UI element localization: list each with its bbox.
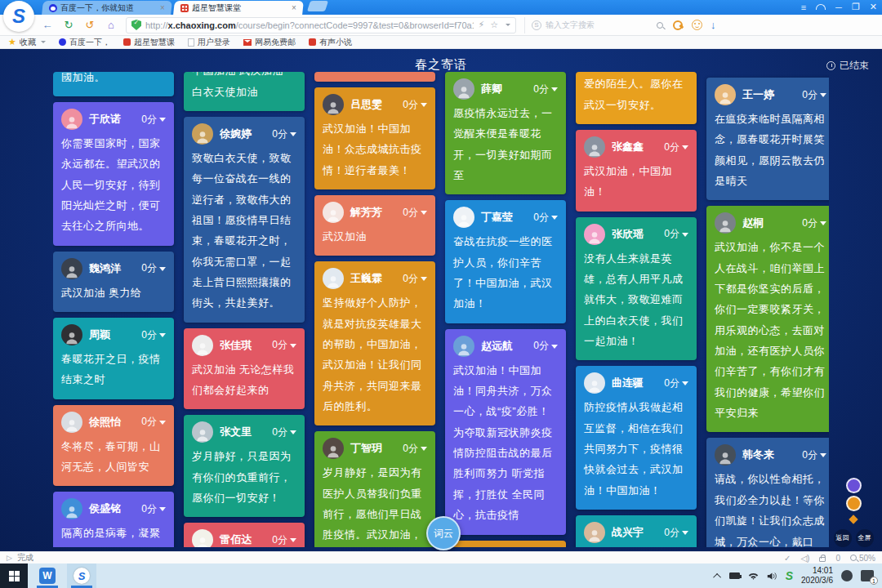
bookmark-baidu[interactable]: 百度一下， — [59, 37, 110, 48]
ime-indicator-icon[interactable] — [841, 570, 853, 581]
sound-icon[interactable]: ◁) — [800, 554, 809, 563]
login-key-icon[interactable] — [673, 20, 684, 30]
back-icon[interactable]: ← — [41, 19, 54, 31]
minimize-icon[interactable]: ─ — [835, 2, 842, 12]
message-card[interactable]: 周颖0分春暖花开之日，疫情结束之时 — [53, 318, 174, 399]
message-card[interactable]: 赵远航0分武汉加油！中国加油！同舟共济，万众一心，战“疫”必胜！为夺取新冠状肺炎… — [445, 329, 566, 535]
volume-icon[interactable] — [767, 572, 777, 581]
home-icon[interactable]: ⌂ — [105, 19, 118, 31]
bookmark-chaoxing[interactable]: 超星智慧课 — [123, 37, 175, 48]
lock-icon[interactable] — [819, 557, 826, 562]
message-card[interactable]: 张佳琪0分武汉加油 无论怎样我们都会好起来的 — [184, 328, 305, 410]
message-card[interactable]: 吕思雯0分武汉加油！中国加油！众志成城抗击疫情！逆行者最美！ — [314, 87, 435, 189]
wordcloud-button[interactable]: 词云 — [426, 516, 461, 550]
message-card[interactable]: 张欣瑶0分没有人生来就是英雄，总有人用平凡成就伟大，致敬迎难而上的白衣天使，我们… — [576, 217, 697, 361]
message-card[interactable]: 魏鸿洋0分武汉加油 奥力给 — [53, 252, 174, 312]
score-dropdown[interactable]: 0分 — [272, 127, 296, 141]
score-dropdown[interactable]: 0分 — [664, 227, 688, 241]
score-dropdown[interactable]: 0分 — [664, 140, 688, 154]
search-box[interactable]: S 输入文字搜索 — [524, 17, 663, 33]
message-card[interactable]: 张鑫鑫0分武汉加油，中国加油！ — [576, 130, 697, 212]
security-check-icon[interactable]: ✓ — [784, 554, 791, 563]
message-card[interactable]: 战兴宇0分坚决听党的话，少出门，不聚会，戴口罩，勤洗手。不传谣，不信谣。坚守信念… — [576, 515, 697, 547]
message-card[interactable]: 赵桐0分武汉加油，你不是一个人在战斗，咱们举国上下都是你坚实的后盾，你们一定要咬… — [706, 206, 829, 432]
score-dropdown[interactable]: 0分 — [664, 376, 688, 390]
score-dropdown[interactable]: 0分 — [141, 415, 166, 429]
bookmark-favorites[interactable]: ★收藏 — [8, 37, 46, 48]
maximize-icon[interactable]: ❐ — [852, 2, 860, 12]
score-dropdown[interactable]: 0分 — [272, 533, 296, 547]
score-dropdown[interactable]: 0分 — [664, 526, 688, 540]
message-card[interactable]: 丁智玥0分岁月静好，是因为有医护人员替我们负重前行，愿他们早日战胜疫情。武汉加油… — [314, 431, 435, 547]
score-dropdown[interactable]: 0分 — [802, 216, 826, 230]
score-dropdown[interactable]: 0分 — [272, 425, 296, 439]
speed-mode-icon[interactable]: ⚡ — [478, 20, 484, 30]
message-card[interactable]: 解芳芳0分武汉加油 — [314, 195, 435, 256]
search-icon[interactable] — [657, 22, 663, 29]
download-count[interactable]: 0 — [835, 554, 840, 563]
new-tab-button[interactable] — [307, 1, 328, 11]
security-tray-icon[interactable]: S — [786, 569, 793, 582]
message-card[interactable]: 丁嘉莹0分奋战在抗疫一些的医护人员，你们辛苦了！中国加油，武汉加油！ — [445, 200, 566, 323]
message-card[interactable]: 于欣诺0分你需要国家时，国家永远都在。望武汉的人民一切安好，待到阳光灿烂之时，便… — [53, 102, 174, 246]
message-card[interactable]: 韩冬来0分请战，你以性命相托，我们必全力以赴！等你们凯旋！让我们众志成城，万众一… — [706, 438, 829, 547]
message-card[interactable] — [314, 72, 435, 82]
score-dropdown[interactable]: 0分 — [533, 339, 558, 353]
float-gadget-icon[interactable] — [846, 478, 862, 493]
message-card[interactable]: 中国加油 武汉加油 白衣天使加油 — [184, 72, 305, 111]
message-card[interactable]: 薛卿0分愿疫情永远过去，一觉醒来便是春暖花开，一切美好如期而至 — [445, 72, 566, 194]
score-dropdown[interactable]: 0分 — [141, 328, 166, 342]
score-dropdown[interactable]: 0分 — [403, 98, 427, 112]
message-card[interactable]: 徐婉婷0分致敬白衣天使，致敬每一位奋战在一线的逆行者，致敬伟大的祖国！愿疫情早日… — [184, 117, 305, 323]
message-card[interactable]: 张文里0分岁月静好，只是因为有你们的负重前行，愿你们一切安好！ — [184, 415, 305, 517]
message-card[interactable]: 侯盛铭0分隔离的是病毒，凝聚的是同心。武汉加油。 — [53, 492, 174, 547]
bookmark-netease-mail[interactable]: 网易免费邮 — [243, 37, 296, 48]
float-reward-icon[interactable] — [846, 496, 862, 511]
taskbar-clock[interactable]: 14:01 2020/3/6 — [801, 566, 833, 586]
score-dropdown[interactable]: 0分 — [802, 88, 826, 102]
wifi-icon[interactable] — [748, 572, 759, 581]
address-bar[interactable]: http://x.chaoxing.com/course/begin?conne… — [126, 17, 516, 33]
refresh-icon[interactable]: ↻ — [62, 19, 75, 31]
close-window-icon[interactable]: ✕ — [870, 2, 877, 12]
message-card[interactable]: 徐照怡0分冬将尽，春可期，山河无恙，人间皆安 — [53, 405, 174, 487]
score-dropdown[interactable]: 0分 — [403, 272, 427, 286]
taskbar-browser[interactable]: S — [67, 564, 96, 588]
score-dropdown[interactable]: 0分 — [533, 211, 558, 225]
chevron-down-icon[interactable] — [506, 24, 510, 26]
site-safety-icon[interactable] — [131, 20, 141, 30]
start-button[interactable] — [0, 564, 28, 588]
hidden-icons-chevron[interactable] — [713, 572, 721, 581]
message-card[interactable]: 爱的陌生人。愿你在武汉一切安好。 — [576, 72, 697, 124]
close-tab-icon[interactable]: × — [292, 3, 296, 12]
score-dropdown[interactable]: 0分 — [533, 82, 558, 96]
theme-icon[interactable] — [816, 4, 826, 10]
wallet-smiley-icon[interactable] — [692, 20, 702, 30]
score-dropdown[interactable]: 0分 — [403, 442, 427, 456]
message-card[interactable]: 曲连疆0分防控疫情从我做起相互监督，相信在我们共同努力下，疫情很快就会过去，武汉… — [576, 366, 697, 510]
favorite-star-icon[interactable]: ☆ — [490, 20, 498, 30]
score-dropdown[interactable]: 0分 — [141, 502, 166, 516]
restore-tabs-icon[interactable]: ↺ — [83, 19, 96, 31]
message-card[interactable]: 雷佰达0分用最简单的语言表达最真实的事 中国加油 — [184, 523, 305, 547]
tab-chaoxing[interactable]: 超星智慧课堂 × — [173, 1, 304, 15]
bookmark-audiobook[interactable]: 有声小说 — [309, 37, 352, 48]
bookmark-login[interactable]: 用户登录 — [188, 37, 230, 48]
score-dropdown[interactable]: 0分 — [403, 206, 427, 220]
close-tab-icon[interactable]: × — [160, 3, 165, 12]
menu-icon[interactable]: ≡ — [801, 2, 806, 12]
notification-icon[interactable]: 1 — [861, 570, 874, 581]
fullscreen-float-button[interactable]: 全屏 — [856, 529, 874, 547]
score-dropdown[interactable]: 0分 — [802, 448, 826, 462]
message-card[interactable]: 李芮文0分春天万物复苏，也是一切美好的开始，我们的未来会更好，武汉加油 — [445, 541, 566, 548]
message-card[interactable]: 王一婷0分在瘟疫来临时虽隔离相念，愿春暖花开时展笑颜相见，愿阴云散去仍是晴天 — [706, 78, 829, 200]
message-card[interactable]: 王巍霖0分坚持做好个人防护，就是对抗疫英雄最大的帮助，中国加油，武汉加油！让我们… — [314, 261, 435, 425]
zoom-level[interactable]: 50% — [850, 554, 875, 563]
tab-baidu[interactable]: 百度一下，你就知道 × — [42, 1, 172, 15]
browser-logo-icon[interactable]: S — [3, 1, 34, 32]
taskbar-wps[interactable]: W — [33, 564, 62, 588]
score-dropdown[interactable]: 0分 — [141, 113, 166, 127]
download-icon[interactable]: ↓ — [710, 19, 716, 31]
score-dropdown[interactable]: 0分 — [272, 338, 296, 352]
back-float-button[interactable]: 返回 — [834, 529, 852, 547]
